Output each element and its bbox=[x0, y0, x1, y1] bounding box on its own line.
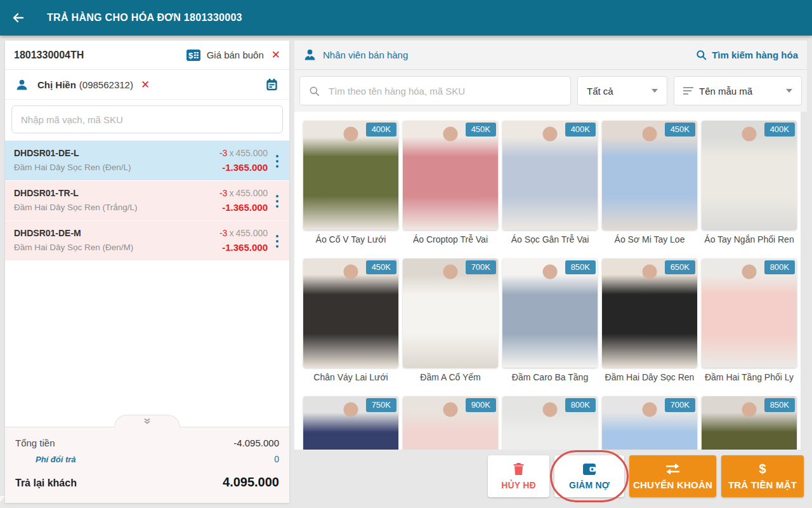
staff-row: Nhân viên bán hàng Tìm kiếm hàng hóa bbox=[294, 41, 807, 70]
category-dropdown[interactable]: Tất cả bbox=[577, 76, 667, 105]
product-name: Áo Tay Ngắn Phối Ren bbox=[702, 230, 797, 255]
grid-scrollbar[interactable] bbox=[801, 112, 807, 450]
totals-panel: Tổng tiền -4.095.000 Phí đổi trả 0 Trả l… bbox=[5, 427, 289, 503]
price-badge: 650K bbox=[665, 260, 695, 274]
dollar-icon: $ bbox=[759, 462, 766, 475]
item-sku: DHDSR01-DE-L bbox=[14, 148, 219, 158]
trash-icon bbox=[513, 462, 525, 476]
return-fee-link[interactable]: Phí đổi trả bbox=[36, 455, 76, 464]
collapse-totals-button[interactable] bbox=[114, 415, 180, 427]
product-name: Đầm Caro Ba Tầng bbox=[502, 368, 598, 392]
product-card[interactable]: 700KĐầm A Cổ Yếm bbox=[403, 258, 498, 392]
product-card[interactable]: 400KÁo Cổ V Tay Lưới bbox=[303, 121, 398, 255]
price-badge: 850K bbox=[764, 398, 795, 412]
total-value: -4.095.000 bbox=[233, 438, 279, 448]
product-card[interactable]: 750K bbox=[303, 396, 398, 450]
return-cart-panel: 1801330004TH $ Giá bán buôn ✕ Chị Hiền (… bbox=[5, 41, 289, 503]
price-badge: 800K bbox=[764, 260, 795, 274]
annotation-ring: GIẢM NỢ bbox=[554, 455, 624, 497]
price-badge: 750K bbox=[366, 398, 396, 412]
filter-row: Tất cả Tên mẫu mã bbox=[294, 70, 807, 112]
item-name: Đầm Hai Dây Sọc Ren (Đen/M) bbox=[14, 243, 219, 252]
product-card[interactable]: 700K bbox=[602, 396, 697, 450]
product-name: Đầm Hai Dây Sọc Ren bbox=[602, 368, 697, 392]
product-image: 450K bbox=[602, 121, 697, 230]
sort-dropdown[interactable]: Tên mẫu mã bbox=[674, 76, 802, 105]
product-image: 400K bbox=[702, 121, 797, 230]
cash-payment-button[interactable]: $ TRẢ TIỀN MẶT bbox=[721, 455, 804, 497]
product-card[interactable]: 900K bbox=[403, 396, 498, 450]
product-image: 850K bbox=[502, 258, 598, 368]
remove-customer-icon[interactable]: ✕ bbox=[141, 79, 150, 90]
product-card[interactable]: 400KÁo Sọc Gân Trễ Vai bbox=[502, 121, 598, 255]
price-badge: 450K bbox=[665, 123, 695, 137]
product-name: Áo Croptop Trễ Vai bbox=[403, 230, 498, 255]
cart-item-row[interactable]: DHDSR01-DE-MĐầm Hai Dây Sọc Ren (Đen/M)-… bbox=[5, 221, 289, 261]
return-fee-value[interactable]: 0 bbox=[274, 454, 279, 464]
product-image: 800K bbox=[702, 258, 797, 368]
person-icon bbox=[15, 78, 29, 91]
product-search-input[interactable] bbox=[327, 85, 562, 97]
price-badge: 450K bbox=[466, 123, 496, 137]
note-icon[interactable] bbox=[265, 77, 279, 92]
double-chevron-down-icon bbox=[143, 418, 152, 425]
customer-phone: (098562312) bbox=[79, 79, 133, 90]
product-search-link[interactable]: Tìm kiếm hàng hóa bbox=[695, 49, 798, 61]
cart-item-row[interactable]: DHDSR01-DE-LĐầm Hai Dây Sọc Ren (Đen/L)-… bbox=[5, 141, 289, 181]
sort-dropdown-value: Tên mẫu mã bbox=[699, 86, 752, 97]
item-menu-icon[interactable] bbox=[268, 147, 287, 175]
price-badge: 400K bbox=[366, 123, 396, 137]
product-panel: Nhân viên bán hàng Tìm kiếm hàng hóa bbox=[294, 41, 807, 503]
price-badge: 900K bbox=[466, 398, 496, 412]
total-label: Tổng tiền bbox=[15, 438, 55, 448]
refund-label: Trả lại khách bbox=[15, 478, 77, 489]
bank-transfer-button[interactable]: CHUYỂN KHOẢN bbox=[629, 455, 716, 497]
product-card[interactable]: 400KÁo Tay Ngắn Phối Ren bbox=[702, 121, 797, 255]
cart-item-row[interactable]: DHDSR01-TR-LĐầm Hai Dây Sọc Ren (Trắng/L… bbox=[5, 181, 289, 221]
product-card[interactable]: 800KĐầm Hai Tầng Phối Ly bbox=[702, 258, 797, 392]
price-badge: 700K bbox=[665, 398, 695, 412]
product-card[interactable]: 450KÁo Sơ Mi Tay Loe bbox=[602, 121, 697, 255]
product-name: Đầm Hai Tầng Phối Ly bbox=[702, 368, 797, 392]
item-name: Đầm Hai Dây Sọc Ren (Trắng/L) bbox=[14, 203, 219, 212]
pricebook-selector[interactable]: $ Giá bán buôn bbox=[186, 48, 264, 63]
back-button[interactable] bbox=[0, 0, 37, 36]
product-image: 700K bbox=[602, 396, 697, 450]
product-image: 650K bbox=[602, 258, 697, 368]
item-menu-icon[interactable] bbox=[268, 187, 287, 215]
caret-down-icon bbox=[652, 89, 658, 93]
product-card[interactable]: 850K bbox=[702, 396, 797, 450]
product-card[interactable]: 850KĐầm Caro Ba Tầng bbox=[502, 258, 598, 392]
item-menu-icon[interactable] bbox=[268, 227, 287, 255]
fee-row: Phí đổi trả 0 bbox=[15, 454, 279, 464]
return-invoice-row: 1801330004TH $ Giá bán buôn ✕ bbox=[5, 41, 289, 70]
svg-text:$: $ bbox=[188, 51, 193, 60]
item-sku: DHDSR01-TR-L bbox=[14, 188, 219, 198]
refund-row: Trả lại khách 4.095.000 bbox=[15, 475, 279, 496]
reduce-debt-button[interactable]: GIẢM NỢ bbox=[554, 455, 624, 497]
caret-down-icon bbox=[786, 89, 792, 93]
product-card[interactable]: 650KĐầm Hai Dây Sọc Ren bbox=[602, 258, 697, 392]
product-card[interactable]: 800K bbox=[502, 396, 598, 450]
product-card[interactable]: 450KÁo Croptop Trễ Vai bbox=[403, 121, 498, 255]
product-image: 450K bbox=[303, 258, 398, 368]
product-card[interactable]: 450KChân Váy Lai Lưới bbox=[303, 258, 398, 392]
product-image: 450K bbox=[403, 121, 498, 230]
remove-pricebook-icon[interactable]: ✕ bbox=[272, 50, 280, 60]
item-total: -1.365.000 bbox=[219, 242, 268, 253]
customer-name[interactable]: Chị Hiền bbox=[37, 79, 76, 90]
staff-selector[interactable]: Nhân viên bán hàng bbox=[303, 48, 408, 62]
price-badge: 700K bbox=[466, 260, 496, 274]
barcode-input[interactable] bbox=[11, 105, 283, 133]
item-qty-price: -3x455.000 bbox=[219, 228, 268, 238]
product-name: Áo Cổ V Tay Lưới bbox=[303, 230, 398, 255]
sort-lines-icon bbox=[683, 87, 693, 95]
product-image: 400K bbox=[303, 121, 398, 230]
return-items-list: DHDSR01-DE-LĐầm Hai Dây Sọc Ren (Đen/L)-… bbox=[5, 141, 289, 427]
receipt-torn-edge bbox=[5, 496, 289, 503]
cancel-invoice-button[interactable]: HỦY HĐ bbox=[488, 455, 549, 497]
magnifier-icon bbox=[695, 49, 707, 61]
item-name: Đầm Hai Dây Sọc Ren (Đen/L) bbox=[14, 163, 219, 172]
product-image: 700K bbox=[403, 258, 498, 368]
payment-actions: HỦY HĐ GIẢM NỢ CHUYỂN KHOẢN bbox=[294, 450, 807, 503]
